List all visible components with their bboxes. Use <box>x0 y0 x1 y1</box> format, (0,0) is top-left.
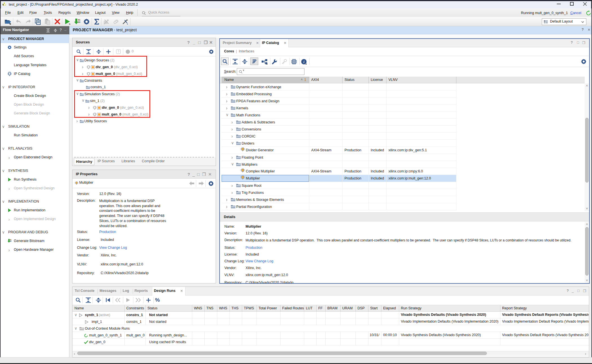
svg-text:10: 10 <box>78 21 80 23</box>
svg-text:10: 10 <box>10 240 12 242</box>
svg-text:i: i <box>303 60 304 64</box>
